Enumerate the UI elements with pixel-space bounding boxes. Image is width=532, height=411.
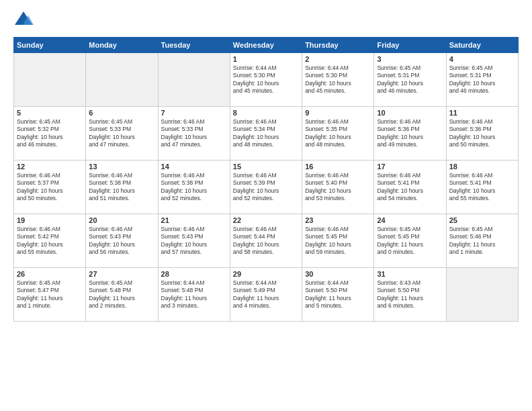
cell-text: Sunrise: 6:46 AM: [17, 172, 83, 179]
cell-text: Daylight: 11 hours: [305, 295, 371, 302]
cell-text: Daylight: 10 hours: [305, 187, 371, 195]
day-number: 10: [377, 109, 443, 117]
day-number: 12: [17, 163, 83, 171]
cell-text: Sunset: 5:39 PM: [233, 179, 299, 187]
cell-text: and 0 minutes.: [377, 248, 443, 256]
calendar-cell: 2Sunrise: 6:44 AMSunset: 5:30 PMDaylight…: [302, 53, 374, 107]
cell-text: Daylight: 10 hours: [305, 134, 371, 141]
day-header-saturday: Saturday: [446, 38, 518, 53]
cell-text: Daylight: 11 hours: [377, 241, 443, 248]
cell-text: Sunrise: 6:46 AM: [233, 118, 299, 126]
logo-icon: [13, 10, 34, 30]
cell-text: Sunrise: 6:44 AM: [233, 64, 299, 72]
cell-text: and 50 minutes.: [449, 141, 515, 148]
cell-text: and 59 minutes.: [305, 248, 371, 256]
cell-text: Sunset: 5:30 PM: [305, 72, 371, 79]
cell-text: Sunset: 5:43 PM: [89, 233, 154, 240]
cell-text: Daylight: 10 hours: [233, 241, 299, 248]
cell-text: and 58 minutes.: [233, 248, 299, 256]
day-header-friday: Friday: [374, 38, 446, 53]
header-row: SundayMondayTuesdayWednesdayThursdayFrid…: [14, 38, 519, 53]
cell-text: Sunrise: 6:46 AM: [89, 226, 154, 233]
cell-text: Daylight: 10 hours: [161, 241, 227, 248]
day-number: 23: [305, 216, 371, 224]
cell-text: Daylight: 11 hours: [233, 295, 299, 302]
cell-text: Daylight: 10 hours: [449, 134, 515, 141]
calendar-cell: 11Sunrise: 6:46 AMSunset: 5:36 PMDayligh…: [446, 107, 518, 161]
day-header-thursday: Thursday: [302, 38, 374, 53]
cell-text: Sunset: 5:38 PM: [161, 179, 227, 187]
day-number: 5: [17, 109, 83, 117]
cell-text: and 52 minutes.: [161, 195, 227, 202]
cell-text: Sunrise: 6:46 AM: [161, 226, 227, 233]
cell-text: Daylight: 11 hours: [161, 295, 227, 302]
cell-text: Sunset: 5:47 PM: [17, 287, 83, 294]
calendar-cell: 23Sunrise: 6:46 AMSunset: 5:45 PMDayligh…: [302, 214, 374, 268]
calendar-cell: 15Sunrise: 6:46 AMSunset: 5:39 PMDayligh…: [230, 161, 302, 214]
day-number: 11: [449, 109, 515, 117]
cell-text: and 50 minutes.: [17, 195, 83, 202]
cell-text: Sunrise: 6:46 AM: [161, 118, 227, 126]
cell-text: Sunrise: 6:46 AM: [305, 118, 371, 126]
cell-text: Sunrise: 6:46 AM: [233, 226, 299, 233]
day-header-wednesday: Wednesday: [230, 38, 302, 53]
cell-text: Sunset: 5:36 PM: [449, 126, 515, 133]
day-number: 28: [161, 270, 227, 278]
day-number: 8: [233, 109, 299, 117]
cell-text: Sunset: 5:34 PM: [233, 126, 299, 133]
calendar-cell: 10Sunrise: 6:46 AMSunset: 5:36 PMDayligh…: [374, 107, 446, 161]
cell-text: Daylight: 10 hours: [89, 187, 154, 195]
cell-text: Sunset: 5:35 PM: [305, 126, 371, 133]
cell-text: and 46 minutes.: [17, 141, 83, 148]
week-row-3: 19Sunrise: 6:46 AMSunset: 5:42 PMDayligh…: [14, 214, 519, 268]
cell-text: and 48 minutes.: [233, 141, 299, 148]
calendar-cell: [158, 53, 230, 107]
cell-text: Daylight: 10 hours: [305, 80, 371, 87]
cell-text: and 54 minutes.: [377, 195, 443, 202]
cell-text: Sunrise: 6:45 AM: [89, 118, 154, 126]
cell-text: Daylight: 10 hours: [17, 187, 83, 195]
day-number: 15: [233, 163, 299, 171]
calendar-cell: 17Sunrise: 6:46 AMSunset: 5:41 PMDayligh…: [374, 161, 446, 214]
cell-text: Sunset: 5:41 PM: [377, 179, 443, 187]
cell-text: Sunset: 5:44 PM: [233, 233, 299, 240]
cell-text: and 2 minutes.: [89, 302, 154, 310]
cell-text: Sunset: 5:49 PM: [233, 287, 299, 294]
cell-text: Sunset: 5:33 PM: [89, 126, 154, 133]
calendar-cell: 30Sunrise: 6:44 AMSunset: 5:50 PMDayligh…: [302, 268, 374, 322]
cell-text: and 45 minutes.: [305, 87, 371, 95]
cell-text: Sunset: 5:48 PM: [161, 287, 227, 294]
cell-text: Daylight: 10 hours: [17, 241, 83, 248]
header: [13, 10, 519, 30]
cell-text: Sunset: 5:45 PM: [377, 233, 443, 240]
calendar-cell: 27Sunrise: 6:45 AMSunset: 5:48 PMDayligh…: [86, 268, 158, 322]
page: SundayMondayTuesdayWednesdayThursdayFrid…: [0, 0, 532, 411]
cell-text: Sunset: 5:40 PM: [305, 179, 371, 187]
calendar-cell: 7Sunrise: 6:46 AMSunset: 5:33 PMDaylight…: [158, 107, 230, 161]
cell-text: Sunset: 5:31 PM: [449, 72, 515, 79]
day-header-sunday: Sunday: [14, 38, 86, 53]
cell-text: Sunrise: 6:45 AM: [17, 279, 83, 287]
cell-text: Sunset: 5:30 PM: [233, 72, 299, 79]
calendar-header: SundayMondayTuesdayWednesdayThursdayFrid…: [14, 38, 519, 53]
cell-text: Daylight: 10 hours: [449, 80, 515, 87]
cell-text: Sunrise: 6:45 AM: [89, 279, 154, 287]
cell-text: and 46 minutes.: [377, 87, 443, 95]
day-number: 9: [305, 109, 371, 117]
cell-text: Sunset: 5:41 PM: [449, 179, 515, 187]
cell-text: and 5 minutes.: [305, 302, 371, 310]
calendar-cell: 14Sunrise: 6:46 AMSunset: 5:38 PMDayligh…: [158, 161, 230, 214]
calendar-cell: 3Sunrise: 6:45 AMSunset: 5:31 PMDaylight…: [374, 53, 446, 107]
calendar-cell: 28Sunrise: 6:44 AMSunset: 5:48 PMDayligh…: [158, 268, 230, 322]
cell-text: Sunrise: 6:44 AM: [161, 279, 227, 287]
cell-text: Sunrise: 6:45 AM: [449, 226, 515, 233]
calendar-cell: 6Sunrise: 6:45 AMSunset: 5:33 PMDaylight…: [86, 107, 158, 161]
calendar-cell: 18Sunrise: 6:46 AMSunset: 5:41 PMDayligh…: [446, 161, 518, 214]
cell-text: Daylight: 10 hours: [233, 134, 299, 141]
calendar-cell: 25Sunrise: 6:45 AMSunset: 5:46 PMDayligh…: [446, 214, 518, 268]
cell-text: Daylight: 11 hours: [377, 295, 443, 302]
day-number: 17: [377, 163, 443, 171]
cell-text: Daylight: 11 hours: [17, 295, 83, 302]
day-number: 4: [449, 55, 515, 63]
cell-text: and 1 minute.: [449, 248, 515, 256]
